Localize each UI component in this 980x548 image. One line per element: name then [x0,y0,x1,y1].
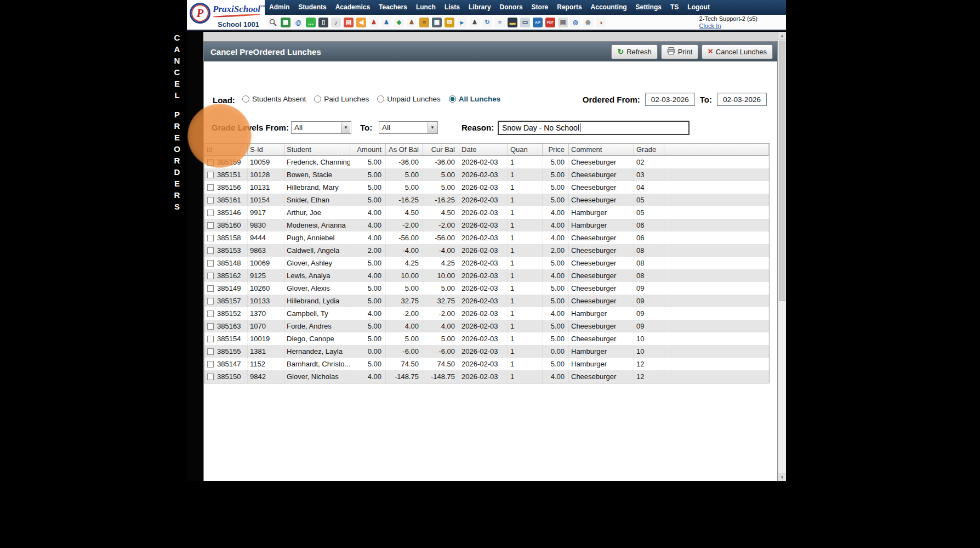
ordered-to-input[interactable]: 02-03-2026 [717,93,767,106]
row-cell: 1381 [248,345,284,358]
burger-icon[interactable]: ≡ [419,18,429,27]
clock-in-link[interactable]: Clock In [699,22,757,30]
radio-circle-icon [377,95,384,103]
row-checkbox[interactable] [207,172,214,178]
ap-icon[interactable]: A/P [533,18,543,27]
row-id-cell: 385161 [204,194,248,206]
list-icon[interactable]: ≡ [495,18,505,27]
menu-item-ts[interactable]: TS [666,0,683,15]
menu-item-donors[interactable]: Donors [495,0,527,15]
person-blue-icon[interactable]: ♟ [381,18,391,27]
row-checkbox[interactable] [207,222,214,229]
radio-students-absent[interactable]: Students Absent [242,95,306,103]
row-checkbox[interactable] [207,260,214,267]
column-header-Date[interactable]: Date [459,144,508,156]
row-cell: 1 [508,257,543,269]
speaker-icon[interactable]: ♪ [331,18,341,27]
column-header-Grade[interactable]: Grade [634,144,664,156]
calendar-grid-icon[interactable]: ▦ [281,18,290,27]
column-header-Student[interactable]: Student [284,144,350,156]
menu-item-admin[interactable]: Admin [265,0,294,15]
pdf-icon[interactable]: PDF [545,18,555,27]
row-id-cell: 385163 [204,320,248,332]
person-red-icon[interactable]: ♟ [369,18,379,27]
ordered-from-input[interactable]: 02-03-2026 [645,93,695,106]
row-cell: 5.00 [543,295,569,307]
printer-icon[interactable]: ▤ [558,18,568,27]
menu-item-academics[interactable]: Academics [331,0,374,15]
menu-item-logout[interactable]: Logout [683,0,714,15]
row-checkbox[interactable] [207,374,214,380]
row-checkbox[interactable] [207,197,214,204]
column-header-Amount[interactable]: Amount [350,144,386,156]
globe-icon[interactable]: ◎ [571,18,580,27]
row-cell: 05 [634,206,664,219]
column-header-S-Id[interactable]: S-Id [248,144,284,156]
tag-green-icon[interactable]: ◆ [394,18,404,27]
search-icon[interactable] [268,18,278,27]
menu-item-lunch[interactable]: Lunch [412,0,440,15]
menu-item-library[interactable]: Library [464,0,495,15]
row-checkbox[interactable] [207,210,214,216]
column-header-As Of Bal[interactable]: As Of Bal [386,144,423,156]
cancel-lunches-button[interactable]: × Cancel Lunches [702,44,773,59]
people-icon[interactable]: ♟ [407,18,417,27]
cancel-x-icon: × [708,48,713,55]
envelope-gold-icon[interactable]: ✉ [445,18,454,27]
chat-icon[interactable]: … [306,18,316,27]
send-icon[interactable]: ► [457,18,467,27]
reason-input[interactable]: Snow Day - No School [498,121,690,135]
menu-item-store[interactable]: Store [527,0,553,15]
column-header-blank[interactable] [664,144,769,156]
calendar-icon[interactable]: ▤ [344,18,354,27]
column-header-Price[interactable]: Price [543,144,569,156]
column-header-id[interactable]: id [204,144,248,156]
grade-from-select[interactable]: All ▼ [291,121,351,134]
row-cell: -4.00 [386,244,423,257]
megaphone-icon[interactable]: ◀ [356,18,366,27]
row-checkbox[interactable] [207,310,214,317]
menu-item-teachers[interactable]: Teachers [374,0,412,15]
menu-item-settings[interactable]: Settings [631,0,666,15]
row-checkbox[interactable] [207,285,214,292]
column-header-Quan[interactable]: Quan [508,144,543,156]
menu-item-accounting[interactable]: Accounting [586,0,631,15]
grade-to-select[interactable]: All ▼ [379,121,438,134]
school-name: School 1001 [218,20,259,29]
keypad-icon[interactable]: ▬ [508,18,517,27]
sync-icon[interactable]: ↻ [482,18,492,27]
scrollbar-thumb[interactable] [779,41,785,301]
radio-paid-lunches[interactable]: Paid Lunches [314,95,369,103]
radio-unpaid-lunches[interactable]: Unpaid Lunches [377,95,441,103]
row-checkbox[interactable] [207,184,214,191]
column-header-Comment[interactable]: Comment [569,144,634,156]
column-header-Cur Bal[interactable]: Cur Bal [423,144,459,156]
email-icon[interactable]: @ [293,18,303,27]
row-checkbox[interactable] [207,348,214,355]
row-cell: Cheeseburger [569,332,634,345]
mobile-icon[interactable]: ▯ [318,18,328,27]
row-checkbox[interactable] [207,247,214,254]
print-button[interactable]: Print [661,44,699,59]
row-checkbox[interactable] [207,298,214,304]
cd-icon[interactable]: ◉ [583,18,593,27]
row-checkbox[interactable] [207,361,214,368]
row-checkbox[interactable] [207,336,214,342]
menu-item-reports[interactable]: Reports [552,0,586,15]
clock-stop-icon[interactable]: ◑ [596,18,606,27]
row-checkbox[interactable] [207,159,214,166]
id-card-icon[interactable]: ▭ [520,18,530,27]
scroll-down-arrow-icon[interactable]: ▼ [778,473,786,481]
person-dark-icon[interactable]: ♟ [470,18,480,27]
calculator-icon[interactable]: ▦ [432,18,442,27]
row-checkbox[interactable] [207,235,214,241]
row-cell: 08 [634,269,664,282]
refresh-button[interactable]: ↻ Refresh [611,44,657,59]
radio-all-lunches[interactable]: All Lunches [449,95,501,103]
menu-item-students[interactable]: Students [294,0,331,15]
menu-item-lists[interactable]: Lists [440,0,464,15]
vertical-scrollbar[interactable]: ▲ ▼ [778,32,786,481]
scroll-up-arrow-icon[interactable]: ▲ [778,32,786,40]
row-checkbox[interactable] [207,273,214,279]
row-checkbox[interactable] [207,323,214,330]
